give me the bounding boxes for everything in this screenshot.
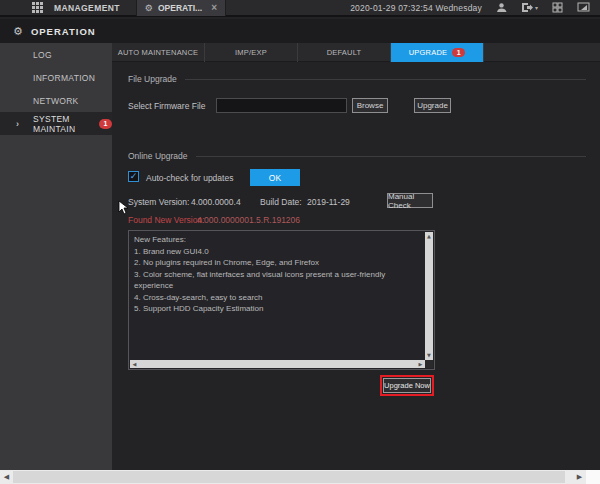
scroll-down-icon[interactable]: ▼ [425,351,433,360]
notification-badge: 1 [452,48,465,57]
page-scrollbar-thumb[interactable] [13,471,565,483]
found-new-version-label: Found New Version: [128,215,205,225]
tab-imp-exp[interactable]: IMP/EXP [205,43,298,62]
tab-label: AUTO MAINTENANCE [118,48,199,57]
autocheck-checkbox[interactable]: ✓ [128,171,139,182]
section-title: Online Upgrade [128,151,188,161]
page-title: OPERATION [31,26,96,37]
tab-bar: AUTO MAINTENANCE IMP/EXP DEFAULT UPGRADE… [112,43,600,62]
vertical-scrollbar[interactable]: ▲ ▼ [425,232,433,360]
tab-default[interactable]: DEFAULT [298,43,391,62]
scroll-right-icon[interactable]: ▶ [416,360,425,368]
notification-badge: 1 [99,119,112,129]
app-grid-icon[interactable] [32,2,43,13]
tab-label: DEFAULT [327,48,362,57]
page-header: ⚙ OPERATION [0,19,600,43]
nvr-upgrade-screen: MANAGEMENT ⚙ OPERATI... × 2020-01-29 07:… [0,0,600,484]
user-icon[interactable] [496,2,507,13]
divider [185,79,586,80]
tab-auto-maintenance[interactable]: AUTO MAINTENANCE [112,43,205,62]
section-title: File Upgrade [128,74,177,84]
tab-label: UPGRADE [409,48,448,57]
chevron-down-icon: ▾ [535,4,538,11]
live-view-icon[interactable] [577,2,590,13]
found-new-version-value: 4.000.0000001.5.R.191206 [197,215,300,225]
titlebar: MANAGEMENT ⚙ OPERATI... × 2020-01-29 07:… [0,0,600,17]
build-date-label: Build Date: [260,197,302,207]
select-firmware-label: Select Firmware File [128,101,205,111]
operation-tab-label: OPERATI... [158,3,202,13]
divider [196,156,586,157]
red-highlight-annotation: Upgrade Now [380,375,434,396]
new-features-textarea[interactable]: New Features: 1. Brand new GUI4.0 2. No … [128,230,435,370]
online-upgrade-section-header: Online Upgrade [128,151,586,161]
build-date-value: 2019-11-29 [307,197,350,207]
management-menu[interactable]: MANAGEMENT [54,3,120,13]
ok-button[interactable]: OK [250,169,300,186]
sidebar-item-label: SYSTEM MAINTAIN [33,114,95,134]
page-scroll-right-icon[interactable]: ▶ [573,470,586,484]
main-panel: AUTO MAINTENANCE IMP/EXP DEFAULT UPGRADE… [112,43,600,470]
manual-check-button[interactable]: Manual Check [387,193,433,208]
datetime-label: 2020-01-29 07:32:54 Wednesday [350,3,482,13]
browse-button[interactable]: Browse [352,98,388,113]
upgrade-button[interactable]: Upgrade [414,98,451,113]
page-horizontal-scrollbar[interactable]: ◀ ▶ [0,470,600,484]
operation-gear-icon: ⚙ [13,25,23,38]
sidebar: LOG INFORMATION NETWORK › SYSTEM MAINTAI… [0,43,112,470]
sidebar-item-label: LOG [33,50,52,60]
titlebar-right: 2020-01-29 07:32:54 Wednesday ▾ [350,2,600,13]
sidebar-item-label: NETWORK [33,96,79,106]
autocheck-label: Auto-check for updates [146,173,233,183]
sidebar-item-label: INFORMATION [33,73,95,83]
system-version-label: System Version: [128,197,189,207]
new-features-text: New Features: 1. Brand new GUI4.0 2. No … [129,231,424,359]
body: LOG INFORMATION NETWORK › SYSTEM MAINTAI… [0,43,600,470]
sidebar-item-network[interactable]: NETWORK [0,89,112,112]
window-layout-icon[interactable] [552,2,563,13]
scroll-left-icon[interactable]: ◀ [130,360,139,368]
gear-icon: ⚙ [145,3,153,13]
operation-tab[interactable]: ⚙ OPERATI... × [136,0,226,16]
titlebar-left: MANAGEMENT ⚙ OPERATI... × [0,0,226,16]
chevron-right-icon: › [16,119,19,129]
sidebar-item-log[interactable]: LOG [0,43,112,66]
firmware-file-input[interactable] [216,98,347,113]
upgrade-now-button[interactable]: Upgrade Now [383,378,431,393]
page-scrollbar-corner [586,470,600,484]
sidebar-item-system-maintain[interactable]: › SYSTEM MAINTAIN 1 [0,112,112,135]
horizontal-scrollbar[interactable]: ◀ ▶ [130,360,425,368]
logout-icon[interactable]: ▾ [521,2,538,13]
check-icon: ✓ [130,172,138,181]
scroll-up-icon[interactable]: ▲ [425,232,433,241]
mouse-cursor [118,200,129,219]
close-tab-icon[interactable]: × [211,2,217,13]
tab-label: IMP/EXP [235,48,267,57]
page-scroll-left-icon[interactable]: ◀ [0,470,13,484]
tab-upgrade[interactable]: UPGRADE 1 [391,43,484,62]
file-upgrade-section-header: File Upgrade [128,74,586,84]
sidebar-item-information[interactable]: INFORMATION [0,66,112,89]
scrollbar-corner [425,360,433,368]
system-version-value: 4.000.0000.4 [191,197,241,207]
